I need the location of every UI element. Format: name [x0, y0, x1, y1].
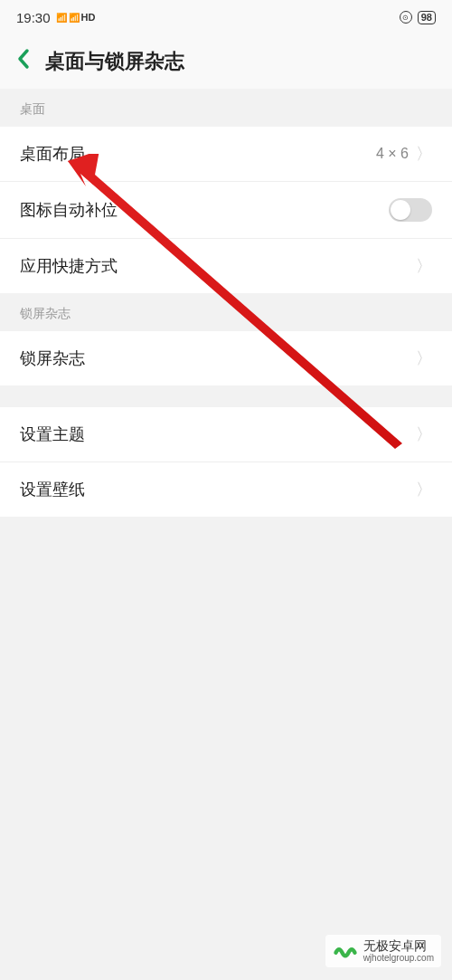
- item-label: 设置壁纸: [20, 479, 85, 500]
- chevron-right-icon: 〉: [416, 423, 432, 445]
- watermark-title: 无极安卓网: [363, 939, 434, 953]
- watermark-text: 无极安卓网 wjhotelgroup.com: [363, 939, 434, 963]
- watermark-url: wjhotelgroup.com: [363, 953, 434, 963]
- item-set-theme[interactable]: 设置主题 〉: [0, 407, 452, 462]
- chevron-right-icon: 〉: [416, 143, 432, 165]
- status-right: ⊙ 98: [400, 11, 436, 24]
- chevron-right-icon: 〉: [416, 255, 432, 277]
- item-app-shortcut[interactable]: 应用快捷方式 〉: [0, 239, 452, 293]
- item-right: 4 × 6 〉: [376, 143, 432, 165]
- page-title: 桌面与锁屏杂志: [45, 48, 184, 75]
- back-icon[interactable]: [16, 48, 31, 76]
- watermark: 无极安卓网 wjhotelgroup.com: [325, 935, 441, 967]
- item-label: 应用快捷方式: [20, 255, 118, 277]
- signal-4g-icon: 📶: [56, 13, 67, 23]
- section-header-desktop: 桌面: [0, 89, 452, 127]
- section-spacer: [0, 385, 452, 407]
- chevron-right-icon: 〉: [416, 347, 432, 369]
- item-set-wallpaper[interactable]: 设置壁纸 〉: [0, 462, 452, 517]
- toggle-switch[interactable]: [389, 198, 432, 222]
- toggle-knob: [391, 200, 410, 220]
- item-label: 锁屏杂志: [20, 347, 85, 369]
- status-time: 19:30: [16, 10, 51, 25]
- item-label: 桌面布局: [20, 143, 85, 165]
- item-desktop-layout[interactable]: 桌面布局 4 × 6 〉: [0, 127, 452, 182]
- chevron-right-icon: 〉: [416, 479, 432, 500]
- battery-level: 98: [418, 11, 436, 24]
- status-bar: 19:30 📶 📶 HD ⊙ 98: [0, 0, 452, 34]
- item-value: 4 × 6: [376, 146, 409, 162]
- item-icon-autofill[interactable]: 图标自动补位: [0, 182, 452, 239]
- watermark-logo-icon: [333, 938, 358, 964]
- item-label: 设置主题: [20, 423, 85, 445]
- item-lockscreen-magazine[interactable]: 锁屏杂志 〉: [0, 331, 452, 385]
- hd-icon: HD: [81, 12, 96, 23]
- signal-5g-icon: 📶: [69, 13, 80, 23]
- lock-icon: ⊙: [400, 11, 412, 24]
- page-header: 桌面与锁屏杂志: [0, 34, 452, 89]
- section-header-lockscreen: 锁屏杂志: [0, 293, 452, 331]
- item-label: 图标自动补位: [20, 199, 118, 221]
- signal-icons: 📶 📶 HD: [56, 12, 96, 23]
- status-left: 19:30 📶 📶 HD: [16, 10, 95, 25]
